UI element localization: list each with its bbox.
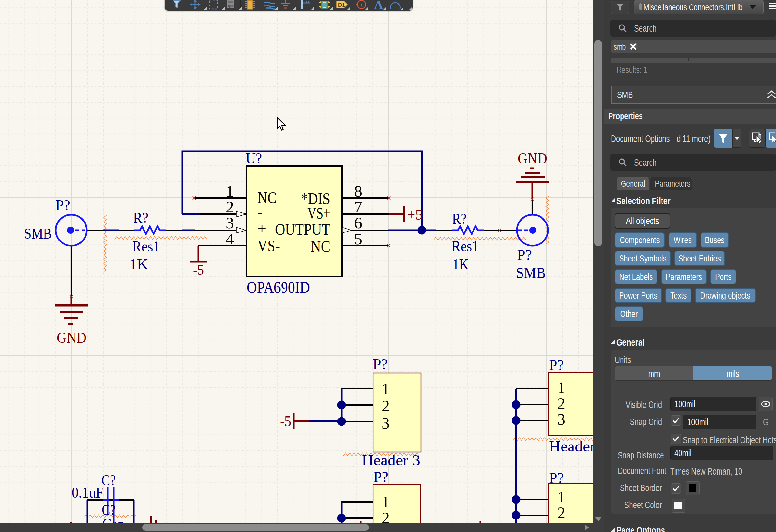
svg-text:OUTPUT: OUTPUT [275,220,330,238]
svg-text:-5: -5 [193,261,204,278]
svg-text:SMB: SMB [24,225,52,242]
svg-text:Header 3: Header 3 [362,452,420,469]
svg-text:SMB: SMB [516,265,546,281]
svg-text:P?: P? [549,470,564,486]
svg-text:Res1: Res1 [451,238,478,254]
svg-text:-: - [257,203,263,221]
svg-text:D1: D1 [338,2,345,8]
svg-text:Res1: Res1 [132,238,160,255]
svg-text:8: 8 [354,182,362,200]
svg-text:4: 4 [226,230,234,248]
svg-text:A: A [374,0,383,11]
svg-text:1K: 1K [129,256,148,272]
svg-text:1: 1 [226,182,234,200]
svg-text:1: 1 [557,488,565,506]
svg-text:0.1uF: 0.1uF [71,484,104,501]
svg-text:P?: P? [374,469,388,485]
svg-text:P?: P? [517,247,532,263]
svg-text:GND: GND [518,150,547,167]
svg-text:7: 7 [354,198,362,216]
svg-text:OPA690ID: OPA690ID [247,278,310,296]
svg-text:NC: NC [311,237,330,255]
svg-text:U?: U? [246,150,262,167]
svg-text:2: 2 [226,198,234,216]
svg-text:-5: -5 [280,413,291,430]
svg-text:VS+: VS+ [308,204,330,222]
svg-text:VS-: VS- [257,237,280,255]
svg-text:1K: 1K [452,256,468,272]
svg-text:P?: P? [549,357,564,373]
svg-text:P?: P? [55,197,70,214]
svg-text:Header 3: Header 3 [549,438,593,455]
svg-text:1: 1 [557,378,565,396]
svg-text:2: 2 [557,504,565,522]
svg-text:R?: R? [133,210,148,226]
svg-text:2: 2 [557,394,565,413]
svg-text:1: 1 [382,380,390,398]
svg-text:1: 1 [382,493,390,511]
svg-text:P?: P? [373,356,388,372]
svg-text:+: + [257,220,266,238]
svg-text:+5: +5 [407,206,422,223]
svg-text:3: 3 [557,410,565,428]
svg-text:2: 2 [382,397,390,415]
svg-text:3: 3 [226,214,234,232]
svg-text:5: 5 [354,230,362,248]
svg-text:i: i [360,1,362,8]
svg-text:6: 6 [354,214,362,232]
svg-text:R?: R? [452,211,466,227]
svg-text:3: 3 [382,414,390,432]
svg-text:GND: GND [57,329,86,346]
